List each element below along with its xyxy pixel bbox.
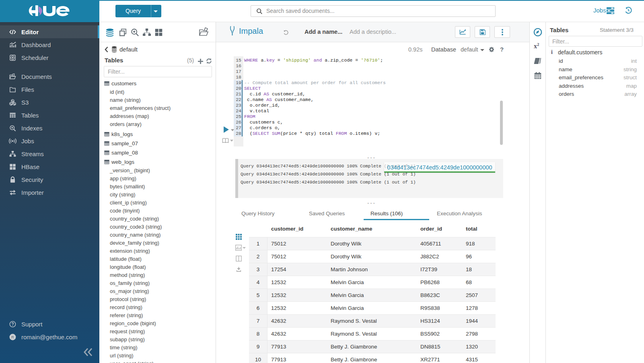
svg-text:R: R (11, 335, 14, 339)
